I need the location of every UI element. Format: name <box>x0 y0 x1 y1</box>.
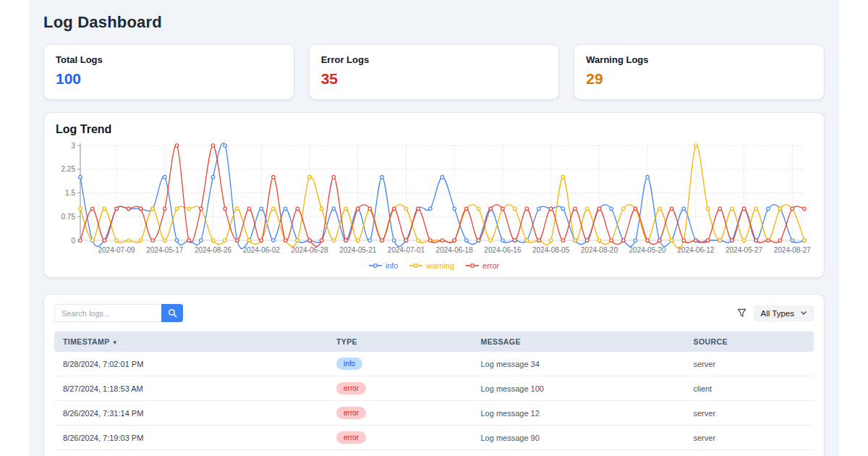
stat-label: Warning Logs <box>586 54 812 65</box>
data-point-error <box>501 207 505 211</box>
data-point-error <box>200 207 203 211</box>
data-point-error <box>187 239 191 242</box>
x-axis-tick-label: 2024-05-21 <box>339 246 377 254</box>
sort-descending-icon: ▼ <box>112 339 118 346</box>
data-point-info <box>284 207 287 211</box>
data-point-warning <box>224 239 227 242</box>
logs-table: TIMESTAMP▼TYPEMESSAGESOURCE 8/28/2024, 7… <box>54 332 814 456</box>
data-point-warning <box>320 207 323 211</box>
data-point-error <box>103 239 106 242</box>
search-group <box>54 304 183 322</box>
column-header-message[interactable]: MESSAGE <box>472 332 685 352</box>
legend-marker-icon <box>369 263 382 269</box>
data-point-error <box>803 207 807 211</box>
data-point-warning <box>247 239 251 242</box>
stats-row: Total Logs 100 Error Logs 35 Warning Log… <box>43 44 825 100</box>
timestamp-cell: 8/26/2024, 5:44:56 PM <box>54 450 328 456</box>
data-point-error <box>597 207 601 211</box>
data-point-warning <box>694 144 698 148</box>
data-point-error <box>658 239 662 242</box>
data-point-warning <box>477 207 480 211</box>
data-point-error <box>585 239 589 242</box>
timestamp-cell: 8/26/2024, 7:31:14 PM <box>54 401 328 426</box>
data-point-warning <box>272 207 276 211</box>
filter-funnel-icon <box>737 308 746 318</box>
data-point-warning <box>658 207 662 211</box>
data-point-error <box>670 207 673 211</box>
type-filter-value: All Types <box>761 309 794 318</box>
table-row: 8/26/2024, 7:19:03 PMerrorLog message 90… <box>54 426 814 450</box>
column-header-timestamp[interactable]: TIMESTAMP▼ <box>54 332 328 352</box>
x-axis-tick-label: 2024-06-12 <box>677 246 715 254</box>
chart-area: 00.751.52.2532024-07-092024-05-172024-08… <box>56 140 812 270</box>
data-point-info <box>79 175 82 179</box>
data-point-warning <box>574 239 577 242</box>
data-point-error <box>151 239 155 242</box>
stat-value-warnings: 29 <box>586 70 812 88</box>
data-point-info <box>767 207 770 211</box>
chevron-down-icon <box>801 311 807 315</box>
table-row: 8/28/2024, 7:02:01 PMinfoLog message 34s… <box>54 352 814 376</box>
stat-label: Error Logs <box>321 54 548 65</box>
data-point-error <box>778 239 782 242</box>
type-badge-info: info <box>336 358 362 370</box>
chart-legend: infowarningerror <box>56 261 812 270</box>
data-point-error <box>284 239 287 242</box>
data-point-warning <box>754 207 758 211</box>
legend-label: info <box>386 261 399 270</box>
column-header-source[interactable]: SOURCE <box>685 332 814 352</box>
data-point-error <box>610 239 613 242</box>
type-filter-select[interactable]: All Types <box>754 305 814 321</box>
data-point-info <box>211 175 215 179</box>
data-point-error <box>127 207 130 211</box>
data-point-warning <box>718 239 722 242</box>
table-row: 8/26/2024, 5:44:56 PMinfoLog message 94d… <box>54 450 814 456</box>
stat-value-total: 100 <box>56 70 282 88</box>
x-axis-tick-label: 2024-08-20 <box>581 246 618 254</box>
search-input[interactable] <box>54 304 161 322</box>
data-point-info <box>453 207 456 211</box>
data-point-warning <box>211 239 215 242</box>
table-row: 8/26/2024, 7:31:14 PMerrorLog message 12… <box>54 401 814 426</box>
data-point-warning <box>706 207 710 211</box>
data-point-error <box>634 207 637 211</box>
x-axis-tick-label: 2024-08-27 <box>774 246 812 254</box>
legend-marker-icon <box>466 263 479 269</box>
data-point-info <box>163 175 166 179</box>
message-cell: Log message 100 <box>472 376 685 401</box>
search-button[interactable] <box>161 304 183 322</box>
x-axis-tick-label: 2024-05-27 <box>726 246 763 254</box>
table-header-row: TIMESTAMP▼TYPEMESSAGESOURCE <box>54 332 814 352</box>
table-row: 8/27/2024, 1:18:53 AMerrorLog message 10… <box>54 376 814 401</box>
data-point-error <box>621 239 625 242</box>
data-point-error <box>574 207 577 211</box>
data-point-error <box>163 207 166 211</box>
data-point-error <box>465 207 469 211</box>
data-point-warning <box>236 207 239 211</box>
legend-item-info[interactable]: info <box>369 261 399 270</box>
data-point-warning <box>731 207 734 211</box>
data-point-info <box>561 207 565 211</box>
stat-card-warning-logs: Warning Logs 29 <box>574 44 825 100</box>
data-point-error <box>767 239 770 242</box>
data-point-error <box>441 239 444 242</box>
log-trend-card: Log Trend 00.751.52.2532024-07-092024-05… <box>43 112 825 278</box>
column-header-type[interactable]: TYPE <box>328 332 472 352</box>
data-point-warning <box>549 239 553 242</box>
data-point-warning <box>525 239 529 242</box>
dashboard-page: Log Dashboard Total Logs 100 Error Logs … <box>29 0 839 456</box>
y-axis-tick-label: 0.75 <box>61 213 76 221</box>
timestamp-cell: 8/28/2024, 7:02:01 PM <box>54 352 328 376</box>
x-axis-tick-label: 2024-06-28 <box>291 246 328 254</box>
data-point-error <box>489 207 493 211</box>
data-point-warning <box>103 207 106 211</box>
legend-item-error[interactable]: error <box>466 261 499 270</box>
legend-item-warning[interactable]: warning <box>409 261 454 270</box>
data-point-info <box>537 207 541 211</box>
data-point-warning <box>115 239 119 242</box>
data-point-warning <box>175 207 179 211</box>
data-point-warning <box>356 239 359 242</box>
data-point-error <box>260 239 263 242</box>
data-point-warning <box>513 207 516 211</box>
data-point-error <box>429 239 433 242</box>
